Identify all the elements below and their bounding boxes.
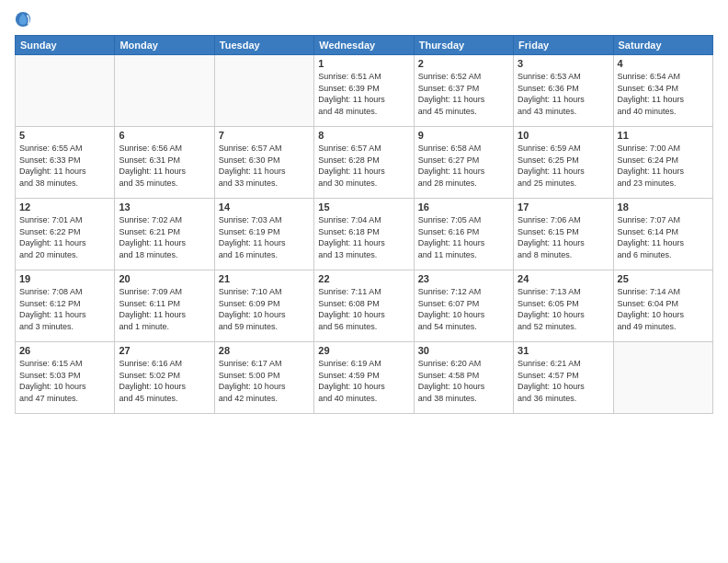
day-cell: 26Sunrise: 6:15 AM Sunset: 5:03 PM Dayli… [16, 342, 115, 414]
day-cell: 8Sunrise: 6:57 AM Sunset: 6:28 PM Daylig… [314, 127, 414, 199]
day-info: Sunrise: 7:00 AM Sunset: 6:24 PM Dayligh… [618, 143, 709, 189]
header-cell-saturday: Saturday [613, 36, 712, 55]
day-number: 1 [318, 58, 409, 69]
header-cell-friday: Friday [514, 36, 613, 55]
day-cell: 24Sunrise: 7:13 AM Sunset: 6:05 PM Dayli… [514, 270, 613, 342]
day-number: 31 [518, 345, 609, 356]
day-number: 30 [418, 345, 509, 356]
day-cell: 27Sunrise: 6:16 AM Sunset: 5:02 PM Dayli… [115, 342, 214, 414]
day-number: 12 [19, 201, 110, 213]
day-info: Sunrise: 6:57 AM Sunset: 6:30 PM Dayligh… [219, 143, 310, 189]
day-cell: 30Sunrise: 6:20 AM Sunset: 4:58 PM Dayli… [414, 342, 513, 414]
day-number: 19 [19, 273, 110, 284]
day-info: Sunrise: 6:55 AM Sunset: 6:33 PM Dayligh… [19, 143, 110, 189]
day-number: 25 [618, 273, 709, 284]
header-cell-wednesday: Wednesday [314, 36, 414, 55]
day-number: 18 [618, 201, 709, 213]
day-number: 15 [318, 201, 409, 213]
day-number: 23 [418, 273, 509, 284]
header [15, 11, 713, 28]
day-info: Sunrise: 6:16 AM Sunset: 5:02 PM Dayligh… [119, 358, 210, 404]
day-number: 10 [518, 130, 609, 141]
day-number: 24 [518, 273, 609, 284]
day-number: 17 [518, 201, 609, 213]
day-number: 21 [219, 273, 310, 284]
day-cell: 5Sunrise: 6:55 AM Sunset: 6:33 PM Daylig… [16, 127, 115, 199]
day-number: 26 [19, 345, 110, 356]
day-cell: 25Sunrise: 7:14 AM Sunset: 6:04 PM Dayli… [613, 270, 712, 342]
week-row-0: 1Sunrise: 6:51 AM Sunset: 6:39 PM Daylig… [16, 55, 713, 127]
day-info: Sunrise: 7:12 AM Sunset: 6:07 PM Dayligh… [418, 286, 509, 332]
logo-icon [15, 11, 31, 28]
calendar-table: SundayMondayTuesdayWednesdayThursdayFrid… [15, 35, 713, 414]
day-cell: 20Sunrise: 7:09 AM Sunset: 6:11 PM Dayli… [115, 270, 214, 342]
day-number: 2 [418, 58, 509, 69]
day-info: Sunrise: 7:02 AM Sunset: 6:21 PM Dayligh… [119, 214, 210, 260]
week-row-3: 19Sunrise: 7:08 AM Sunset: 6:12 PM Dayli… [16, 270, 713, 342]
day-number: 29 [318, 345, 409, 356]
day-cell: 28Sunrise: 6:17 AM Sunset: 5:00 PM Dayli… [214, 342, 313, 414]
day-cell: 2Sunrise: 6:52 AM Sunset: 6:37 PM Daylig… [414, 55, 513, 127]
day-info: Sunrise: 7:05 AM Sunset: 6:16 PM Dayligh… [418, 214, 509, 260]
day-number: 4 [618, 58, 709, 69]
day-info: Sunrise: 7:09 AM Sunset: 6:11 PM Dayligh… [119, 286, 210, 332]
day-info: Sunrise: 6:56 AM Sunset: 6:31 PM Dayligh… [119, 143, 210, 189]
day-info: Sunrise: 7:04 AM Sunset: 6:18 PM Dayligh… [318, 214, 409, 260]
day-cell: 16Sunrise: 7:05 AM Sunset: 6:16 PM Dayli… [414, 199, 513, 270]
day-info: Sunrise: 6:59 AM Sunset: 6:25 PM Dayligh… [518, 143, 609, 189]
day-info: Sunrise: 6:20 AM Sunset: 4:58 PM Dayligh… [418, 358, 509, 404]
day-info: Sunrise: 7:08 AM Sunset: 6:12 PM Dayligh… [19, 286, 110, 332]
day-cell: 23Sunrise: 7:12 AM Sunset: 6:07 PM Dayli… [414, 270, 513, 342]
day-cell: 9Sunrise: 6:58 AM Sunset: 6:27 PM Daylig… [414, 127, 513, 199]
day-cell: 4Sunrise: 6:54 AM Sunset: 6:34 PM Daylig… [613, 55, 712, 127]
day-cell: 13Sunrise: 7:02 AM Sunset: 6:21 PM Dayli… [115, 199, 214, 270]
day-cell [613, 342, 712, 414]
day-number: 6 [119, 130, 210, 141]
day-info: Sunrise: 6:17 AM Sunset: 5:00 PM Dayligh… [219, 358, 310, 404]
day-number: 22 [318, 273, 409, 284]
day-info: Sunrise: 6:54 AM Sunset: 6:34 PM Dayligh… [618, 71, 709, 117]
day-cell: 31Sunrise: 6:21 AM Sunset: 4:57 PM Dayli… [514, 342, 613, 414]
day-cell: 15Sunrise: 7:04 AM Sunset: 6:18 PM Dayli… [314, 199, 414, 270]
day-number: 8 [318, 130, 409, 141]
day-cell [16, 55, 115, 127]
day-number: 13 [119, 201, 210, 213]
day-cell: 21Sunrise: 7:10 AM Sunset: 6:09 PM Dayli… [214, 270, 313, 342]
day-info: Sunrise: 6:58 AM Sunset: 6:27 PM Dayligh… [418, 143, 509, 189]
day-cell: 14Sunrise: 7:03 AM Sunset: 6:19 PM Dayli… [214, 199, 313, 270]
day-info: Sunrise: 7:01 AM Sunset: 6:22 PM Dayligh… [19, 214, 110, 260]
week-row-2: 12Sunrise: 7:01 AM Sunset: 6:22 PM Dayli… [16, 199, 713, 270]
page: SundayMondayTuesdayWednesdayThursdayFrid… [0, 0, 728, 563]
day-number: 27 [119, 345, 210, 356]
header-row: SundayMondayTuesdayWednesdayThursdayFrid… [16, 36, 713, 55]
day-info: Sunrise: 7:06 AM Sunset: 6:15 PM Dayligh… [518, 214, 609, 260]
day-cell: 18Sunrise: 7:07 AM Sunset: 6:14 PM Dayli… [613, 199, 712, 270]
day-info: Sunrise: 7:10 AM Sunset: 6:09 PM Dayligh… [219, 286, 310, 332]
day-cell: 17Sunrise: 7:06 AM Sunset: 6:15 PM Dayli… [514, 199, 613, 270]
day-cell: 10Sunrise: 6:59 AM Sunset: 6:25 PM Dayli… [514, 127, 613, 199]
day-number: 3 [518, 58, 609, 69]
logo [15, 11, 35, 28]
week-row-1: 5Sunrise: 6:55 AM Sunset: 6:33 PM Daylig… [16, 127, 713, 199]
day-number: 7 [219, 130, 310, 141]
day-cell: 19Sunrise: 7:08 AM Sunset: 6:12 PM Dayli… [16, 270, 115, 342]
day-number: 9 [418, 130, 509, 141]
day-info: Sunrise: 6:21 AM Sunset: 4:57 PM Dayligh… [518, 358, 609, 404]
header-cell-thursday: Thursday [414, 36, 513, 55]
day-info: Sunrise: 7:11 AM Sunset: 6:08 PM Dayligh… [318, 286, 409, 332]
day-cell: 11Sunrise: 7:00 AM Sunset: 6:24 PM Dayli… [613, 127, 712, 199]
day-cell [115, 55, 214, 127]
day-cell: 3Sunrise: 6:53 AM Sunset: 6:36 PM Daylig… [514, 55, 613, 127]
day-info: Sunrise: 6:19 AM Sunset: 4:59 PM Dayligh… [318, 358, 409, 404]
day-cell [214, 55, 313, 127]
day-number: 14 [219, 201, 310, 213]
day-info: Sunrise: 7:14 AM Sunset: 6:04 PM Dayligh… [618, 286, 709, 332]
day-cell: 6Sunrise: 6:56 AM Sunset: 6:31 PM Daylig… [115, 127, 214, 199]
header-cell-tuesday: Tuesday [214, 36, 313, 55]
day-cell: 1Sunrise: 6:51 AM Sunset: 6:39 PM Daylig… [314, 55, 414, 127]
day-info: Sunrise: 6:57 AM Sunset: 6:28 PM Dayligh… [318, 143, 409, 189]
day-number: 11 [618, 130, 709, 141]
day-info: Sunrise: 7:13 AM Sunset: 6:05 PM Dayligh… [518, 286, 609, 332]
header-cell-monday: Monday [115, 36, 214, 55]
header-cell-sunday: Sunday [16, 36, 115, 55]
